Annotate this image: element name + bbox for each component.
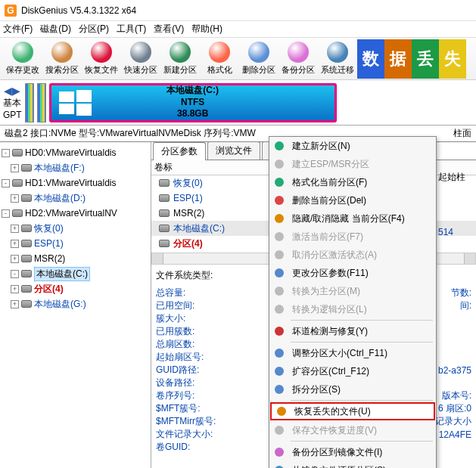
menu-item[interactable]: 文件(F) — [3, 23, 33, 36]
tree-label: HD0:VMwareVirtualdis — [25, 147, 117, 158]
tree-expander[interactable]: + — [11, 255, 19, 263]
ctx-recover[interactable]: 恢复丢失的文件(U) — [270, 402, 435, 420]
toolbar-save-button[interactable]: 保存更改 — [3, 39, 42, 79]
partition-stripes-left2[interactable] — [37, 83, 46, 122]
svg-point-13 — [275, 305, 284, 314]
ctx-extend[interactable]: 扩容分区(Ctrl_F12) — [269, 362, 436, 380]
search-icon — [51, 42, 73, 63]
ctx-label: 调整分区大小(Ctrl_F11) — [292, 347, 387, 360]
ctx-resize[interactable]: 调整分区大小(Ctrl_F11) — [269, 344, 436, 362]
resize-icon — [272, 346, 286, 360]
tree-expander[interactable]: + — [11, 225, 19, 233]
disk-icon — [21, 240, 32, 247]
svg-point-15 — [275, 349, 284, 358]
info-label: 已用空间: — [156, 299, 194, 312]
volume-label: 恢复(0) — [173, 177, 203, 190]
tree-label: HD2:VMwareVirtualNV — [25, 208, 117, 219]
tree-volume-node[interactable]: +MSR(2) — [2, 251, 149, 266]
tab-1[interactable]: 浏览文件 — [207, 142, 260, 160]
info-label: 卷序列号: — [156, 389, 194, 402]
tree-expander[interactable]: - — [11, 270, 19, 278]
menu-item[interactable]: 分区(P) — [79, 23, 109, 36]
menu-separator — [291, 320, 433, 321]
extend-icon — [272, 364, 286, 378]
info-label: 设备路径: — [156, 377, 194, 389]
menu-item[interactable]: 帮助(H) — [191, 23, 222, 36]
tree-volume-node[interactable]: +本地磁盘(G:) — [2, 296, 149, 311]
ctx-progress: 保存文件恢复进度(V) — [269, 421, 436, 439]
tree-label: 本地磁盘(C:) — [34, 267, 90, 281]
menu-item[interactable]: 查看(V) — [154, 23, 184, 36]
menu-separator — [291, 400, 433, 401]
tree-expander[interactable]: - — [2, 149, 10, 157]
toolbar-migrate-button[interactable]: 系统迁移 — [318, 39, 357, 79]
toolbar-search-button[interactable]: 搜索分区 — [42, 39, 82, 79]
disk-icon — [21, 255, 32, 262]
info-label: $MFT簇号: — [156, 402, 201, 415]
nav-basic-gpt[interactable]: ◀▶ 基本 GPT — [3, 85, 22, 120]
ctx-split[interactable]: 拆分分区(S) — [269, 380, 436, 398]
info-label: 总容量: — [156, 287, 185, 299]
tree-expander[interactable]: - — [2, 179, 10, 188]
ctx-label: 建立新分区(N) — [292, 140, 350, 153]
tree-volume-node[interactable]: -本地磁盘(C:) — [2, 266, 149, 281]
tree-expander[interactable]: + — [11, 164, 19, 172]
tab-0[interactable]: 分区参数 — [153, 142, 206, 160]
disk-icon — [12, 149, 23, 157]
tree-panel: -HD0:VMwareVirtualdis+本地磁盘(F:)-HD1:VMwar… — [0, 142, 151, 468]
tree-volume-node[interactable]: +恢复(0) — [2, 221, 149, 236]
menu-item[interactable]: 工具(T) — [117, 23, 146, 36]
tree-expander[interactable]: + — [11, 194, 19, 203]
nav-arrows-icon[interactable]: ◀▶ — [4, 85, 20, 97]
svg-point-11 — [275, 268, 284, 277]
tree-volume-node[interactable]: +本地磁盘(F:) — [2, 160, 149, 175]
tree-volume-node[interactable]: +本地磁盘(D:) — [2, 191, 149, 206]
ctx-format[interactable]: 格式化当前分区(F) — [269, 173, 436, 191]
tree-expander[interactable]: + — [11, 240, 19, 248]
tree-volume-node[interactable]: +分区(4) — [2, 281, 149, 296]
toolbar-quick-button[interactable]: 快速分区 — [121, 39, 160, 79]
ctx-restore[interactable]: 从镜像文件还原分区(S) — [269, 461, 436, 468]
tree-disk-node[interactable]: -HD0:VMwareVirtualdis — [2, 145, 149, 160]
toolbar-format-button[interactable]: 格式化 — [200, 39, 239, 79]
toolbar-recover-button[interactable]: 恢复文件 — [82, 39, 121, 79]
menubar: 文件(F)磁盘(D)分区(P)工具(T)查看(V)帮助(H) — [0, 21, 476, 38]
ctx-hide[interactable]: 隐藏/取消隐藏 当前分区(F4) — [269, 209, 436, 228]
partition-stripes-left[interactable] — [25, 83, 34, 122]
menu-item[interactable]: 磁盘(D) — [40, 23, 71, 36]
active-icon — [272, 230, 286, 243]
svg-rect-2 — [59, 104, 74, 114]
info-right-value: 版本号: — [442, 389, 471, 402]
info-right-value: 节数: — [451, 287, 471, 299]
tree-disk-node[interactable]: -HD1:VMwareVirtualdis — [2, 175, 149, 191]
ctx-delete[interactable]: 删除当前分区(Del) — [269, 191, 436, 209]
context-menu[interactable]: 建立新分区(N)建立ESP/MSR分区格式化当前分区(F)删除当前分区(Del)… — [269, 136, 437, 468]
tree-expander[interactable]: + — [11, 285, 19, 293]
info-right-value: 记录大小 — [435, 415, 471, 428]
toolbar-label: 删除分区 — [242, 64, 275, 76]
info-label: GUID路径: — [156, 364, 199, 377]
ctx-badtrack[interactable]: 坏道检测与修复(Y) — [269, 322, 436, 340]
partition-c-box[interactable]: 本地磁盘(C:) NTFS 38.8GB — [49, 83, 337, 122]
info-label: 已用簇数: — [156, 325, 194, 338]
param-icon — [272, 266, 286, 280]
esp-icon — [272, 157, 286, 171]
menu-separator — [291, 441, 433, 442]
ctx-label: 转换为逻辑分区(L) — [292, 303, 367, 316]
tree-label: 本地磁盘(G:) — [34, 298, 86, 311]
ctx-label: 坏道检测与修复(Y) — [292, 325, 368, 338]
tree-expander[interactable]: - — [2, 209, 10, 218]
info-label: 总扇区数: — [156, 338, 194, 351]
info-label: 簇大小: — [156, 312, 185, 325]
tree-expander[interactable]: + — [11, 300, 19, 308]
toolbar-backup-button[interactable]: 备份分区 — [278, 39, 318, 79]
toolbar-label: 搜索分区 — [45, 64, 79, 76]
svg-rect-3 — [76, 104, 92, 116]
tree-volume-node[interactable]: +ESP(1) — [2, 236, 149, 251]
ctx-plus[interactable]: 建立新分区(N) — [269, 137, 436, 155]
ctx-backup[interactable]: 备份分区到镜像文件(I) — [269, 443, 436, 461]
toolbar-new-button[interactable]: 新建分区 — [160, 39, 200, 79]
ctx-param[interactable]: 更改分区参数(F11) — [269, 264, 436, 282]
tree-disk-node[interactable]: -HD2:VMwareVirtualNV — [2, 206, 149, 221]
toolbar-delete-button[interactable]: 删除分区 — [239, 39, 278, 79]
